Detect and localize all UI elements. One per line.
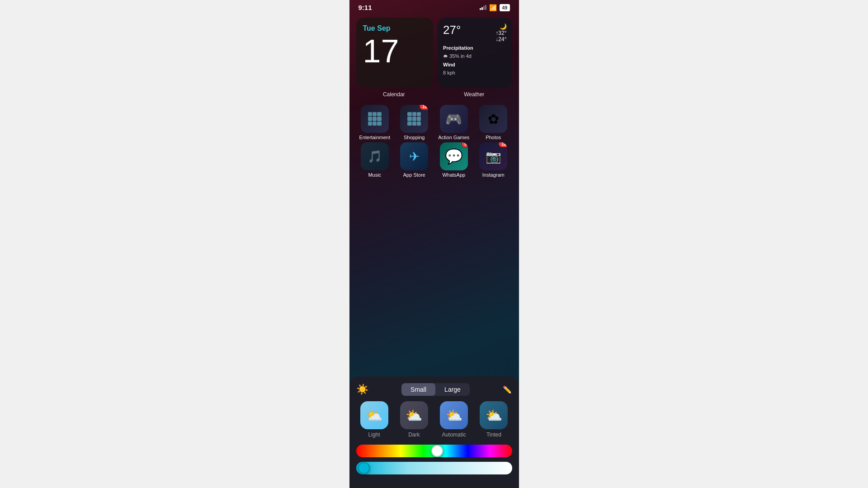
tinted-label: Tinted (486, 432, 501, 438)
weather-temperature: 27° (443, 23, 461, 37)
entertainment-icon (361, 105, 389, 133)
rainbow-thumb[interactable] (431, 445, 443, 457)
action-games-icon: 🎮 (440, 105, 468, 133)
color-sliders (356, 445, 512, 474)
eyedropper-button[interactable]: ✏️ (503, 385, 512, 394)
shopping-folder (406, 111, 422, 127)
light-preview-icon: ⛅ (360, 401, 388, 429)
app-shopping[interactable]: 10 Shopping (396, 105, 433, 140)
weather-temp-range: 🌙 ↑32° ↓24° (495, 23, 506, 42)
cal-day-name: Tue (363, 24, 375, 32)
tinted-option[interactable]: ⛅ Tinted (476, 401, 512, 438)
large-size-button[interactable]: Large (435, 383, 470, 396)
cal-month: Sep (377, 24, 390, 32)
instagram-badge: 12 (499, 142, 507, 147)
photos-icon: ✿ (479, 105, 507, 133)
calendar-widget-label: Calendar (383, 91, 405, 98)
music-icon: 🎵 (361, 142, 389, 170)
shopping-label: Shopping (404, 135, 425, 140)
shopping-icon: 10 (400, 105, 428, 133)
signal-icon (480, 5, 486, 10)
panel-top-row: ☀️ Small Large ✏️ (356, 383, 512, 396)
instagram-icon: 📷 12 (479, 142, 507, 170)
apps-grid: Entertainment 10 Shopping 🎮 (356, 105, 512, 178)
light-label: Light (368, 432, 380, 438)
app-photos[interactable]: ✿ Photos (475, 105, 512, 140)
weather-top-row: 27° 🌙 ↑32° ↓24° (443, 23, 507, 42)
time-display: 9:11 (359, 4, 372, 11)
weather-low: ↓24° (495, 36, 506, 42)
photos-label: Photos (486, 135, 501, 140)
teal-thumb[interactable] (358, 462, 370, 474)
appstore-label: App Store (403, 172, 425, 178)
entertainment-label: Entertainment (359, 135, 390, 140)
status-bar: 9:11 📶 49 (349, 0, 519, 13)
calendar-day-number: 17 (363, 35, 427, 67)
app-appstore[interactable]: ✈ App Store (396, 142, 433, 178)
tinted-preview-icon: ⛅ (480, 401, 508, 429)
dark-preview-icon: ⛅ (400, 401, 428, 429)
appstore-icon: ✈ (400, 142, 428, 170)
rainbow-slider[interactable] (356, 445, 512, 457)
icon-options-row: ⛅ Light ⛅ Dark ⛅ Automatic (356, 401, 512, 438)
wifi-icon: 📶 (489, 4, 497, 11)
app-music[interactable]: 🎵 Music (356, 142, 394, 178)
weather-wind-speed: 8 kph (443, 70, 507, 76)
battery-display: 49 (500, 4, 509, 11)
app-whatsapp[interactable]: 💬 5 WhatsApp (435, 142, 473, 178)
app-entertainment[interactable]: Entertainment (356, 105, 394, 140)
app-action-games[interactable]: 🎮 Action Games (435, 105, 473, 140)
phone-screen: 9:11 📶 49 Tue Sep 17 (349, 0, 519, 488)
calendar-widget[interactable]: Tue Sep 17 (356, 18, 434, 88)
weather-high: ↑32° (495, 30, 506, 36)
entertainment-folder (367, 111, 383, 127)
small-size-button[interactable]: Small (401, 383, 435, 396)
weather-precipitation-label: Precipitation (443, 45, 507, 52)
weather-wind-label: Wind (443, 61, 507, 68)
calendar-header: Tue Sep (363, 24, 427, 33)
bottom-panel: ☀️ Small Large ✏️ ⛅ Light ⛅ Dark (349, 376, 519, 488)
teal-slider[interactable] (356, 462, 512, 474)
dark-label: Dark (408, 432, 420, 438)
main-content: Tue Sep 17 27° 🌙 ↑32° ↓24° Precipitation (349, 13, 519, 184)
status-icons: 📶 49 (480, 4, 509, 11)
widgets-row: Tue Sep 17 27° 🌙 ↑32° ↓24° Precipitation (356, 18, 512, 88)
whatsapp-icon: 💬 5 (440, 142, 468, 170)
automatic-label: Automatic (442, 432, 466, 438)
light-option[interactable]: ⛅ Light (356, 401, 392, 438)
music-label: Music (368, 172, 381, 178)
whatsapp-label: WhatsApp (442, 172, 465, 178)
sun-button[interactable]: ☀️ (356, 384, 368, 395)
weather-precip-detail: 🌧 35% in 4d (443, 53, 507, 60)
dark-option[interactable]: ⛅ Dark (396, 401, 432, 438)
app-instagram[interactable]: 📷 12 Instagram (475, 142, 512, 178)
auto-preview-icon: ⛅ (440, 401, 468, 429)
weather-widget[interactable]: 27° 🌙 ↑32° ↓24° Precipitation 🌧 35% in 4… (438, 18, 512, 88)
size-selector: Small Large (401, 383, 470, 396)
instagram-label: Instagram (482, 172, 505, 178)
whatsapp-phone-icon: 💬 (445, 148, 463, 165)
shopping-badge: 10 (420, 105, 428, 110)
whatsapp-badge: 5 (462, 142, 468, 147)
weather-widget-label: Weather (464, 91, 484, 98)
automatic-option[interactable]: ⛅ Automatic (436, 401, 472, 438)
action-games-label: Action Games (438, 135, 469, 140)
